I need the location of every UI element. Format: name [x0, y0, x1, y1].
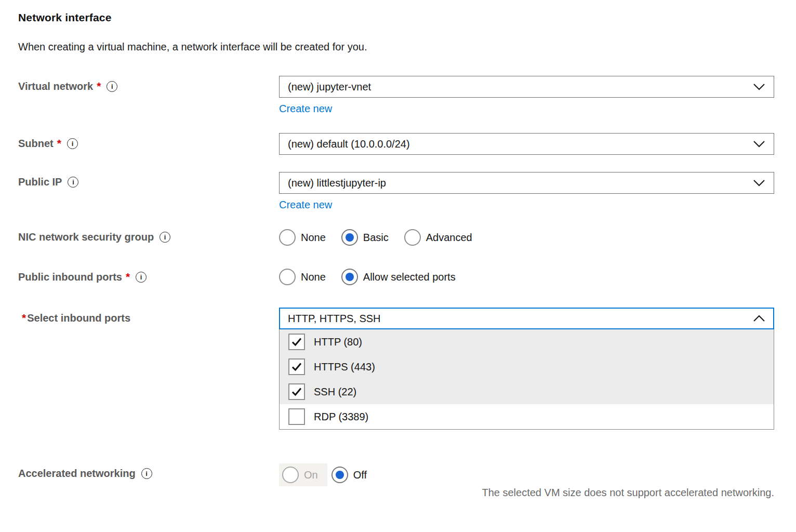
- inbound-port-option-ssh[interactable]: SSH (22): [280, 379, 774, 404]
- nic-nsg-control: None Basic Advanced: [279, 229, 774, 246]
- radio-unselected-icon: [279, 229, 296, 246]
- radio-selected-icon: [331, 467, 348, 483]
- public-inbound-ports-label-group: Public inbound ports: [18, 269, 279, 283]
- nic-nsg-label: NIC network security group: [18, 231, 154, 243]
- inbound-port-option-label: HTTPS (443): [314, 361, 375, 373]
- info-icon[interactable]: [136, 272, 147, 283]
- required-asterisk: [97, 80, 101, 92]
- public-inbound-ports-option-allow-selected[interactable]: Allow selected ports: [341, 269, 456, 285]
- public-ip-dropdown[interactable]: (new) littlestjupyter-ip: [279, 172, 774, 194]
- select-inbound-ports-control: HTTP, HTTPS, SSH HTTP (80): [279, 308, 774, 430]
- toggle-off-label: Off: [353, 469, 367, 481]
- subnet-label-group: Subnet: [18, 133, 279, 150]
- radio-label: Advanced: [426, 232, 472, 244]
- select-inbound-ports-row: Select inbound ports HTTP, HTTPS, SSH HT…: [18, 308, 774, 430]
- public-inbound-ports-control: None Allow selected ports: [279, 269, 774, 285]
- public-ip-label-group: Public IP: [18, 172, 279, 188]
- radio-label: None: [301, 232, 326, 244]
- accelerated-networking-off-option[interactable]: Off: [331, 463, 367, 486]
- chevron-down-icon: [753, 140, 765, 148]
- info-icon[interactable]: [141, 468, 152, 479]
- inbound-port-option-https[interactable]: HTTPS (443): [280, 354, 774, 379]
- public-inbound-ports-option-none[interactable]: None: [279, 269, 326, 285]
- section-description: When creating a virtual machine, a netwo…: [18, 41, 774, 53]
- subnet-value: (new) default (10.0.0.0/24): [288, 138, 410, 150]
- radio-label: Allow selected ports: [363, 271, 456, 283]
- select-inbound-ports-field[interactable]: HTTP, HTTPS, SSH: [279, 308, 774, 329]
- public-inbound-ports-label: Public inbound ports: [18, 271, 122, 283]
- select-inbound-ports-label-group: Select inbound ports: [18, 308, 279, 324]
- checkbox-checked-icon: [288, 334, 305, 350]
- public-ip-label: Public IP: [18, 176, 62, 188]
- network-interface-form: Virtual network (new) jupyter-vnet Creat…: [18, 76, 774, 499]
- radio-label: Basic: [363, 232, 389, 244]
- inbound-port-option-rdp[interactable]: RDP (3389): [280, 404, 774, 429]
- info-icon[interactable]: [107, 81, 117, 92]
- required-asterisk: [22, 312, 26, 324]
- radio-selected-icon: [341, 269, 358, 285]
- virtual-network-control: (new) jupyter-vnet Create new: [279, 76, 774, 115]
- public-inbound-ports-row: Public inbound ports None Allow selected…: [18, 269, 774, 285]
- virtual-network-label: Virtual network: [18, 81, 93, 92]
- public-ip-value: (new) littlestjupyter-ip: [288, 177, 386, 189]
- accelerated-networking-toggle: On Off: [279, 463, 774, 486]
- virtual-network-label-group: Virtual network: [18, 76, 279, 92]
- accelerated-networking-label-group: Accelerated networking: [18, 463, 279, 480]
- checkbox-unchecked-icon: [288, 408, 305, 425]
- public-inbound-ports-radio-group: None Allow selected ports: [279, 269, 774, 285]
- chevron-up-icon: [753, 315, 765, 322]
- required-asterisk: [126, 271, 130, 283]
- select-inbound-ports-value: HTTP, HTTPS, SSH: [288, 313, 381, 325]
- inbound-port-option-label: HTTP (80): [314, 336, 362, 348]
- virtual-network-row: Virtual network (new) jupyter-vnet Creat…: [18, 76, 774, 115]
- inbound-port-option-label: RDP (3389): [314, 411, 368, 423]
- subnet-row: Subnet (new) default (10.0.0.0/24): [18, 133, 774, 155]
- toggle-on-label: On: [304, 469, 318, 481]
- subnet-dropdown[interactable]: (new) default (10.0.0.0/24): [279, 133, 774, 155]
- inbound-port-option-label: SSH (22): [314, 386, 356, 398]
- checkbox-checked-icon: [288, 383, 305, 400]
- public-ip-row: Public IP (new) littlestjupyter-ip Creat…: [18, 172, 774, 211]
- inbound-ports-options-list: HTTP (80) HTTPS (443) SSH (22): [279, 329, 774, 430]
- accelerated-networking-note-row: The selected VM size does not support ac…: [18, 487, 774, 499]
- radio-unselected-icon: [404, 229, 421, 246]
- radio-label: None: [301, 271, 326, 283]
- info-icon[interactable]: [160, 232, 170, 243]
- chevron-down-icon: [753, 179, 765, 187]
- nic-nsg-label-group: NIC network security group: [18, 229, 279, 243]
- nic-nsg-option-advanced[interactable]: Advanced: [404, 229, 472, 246]
- nic-nsg-option-none[interactable]: None: [279, 229, 326, 246]
- radio-unselected-icon: [279, 269, 296, 285]
- subnet-label: Subnet: [18, 138, 54, 150]
- subnet-control: (new) default (10.0.0.0/24): [279, 133, 774, 155]
- info-icon[interactable]: [68, 177, 78, 188]
- required-asterisk: [57, 137, 61, 150]
- radio-selected-icon: [341, 229, 358, 246]
- radio-disabled-icon: [282, 467, 299, 483]
- virtual-network-dropdown[interactable]: (new) jupyter-vnet: [279, 76, 774, 98]
- checkbox-checked-icon: [288, 358, 305, 375]
- public-ip-create-new-link[interactable]: Create new: [279, 199, 332, 211]
- page-title: Network interface: [18, 11, 774, 24]
- accelerated-networking-on-option: On: [279, 463, 327, 486]
- virtual-network-create-new-link[interactable]: Create new: [279, 103, 332, 115]
- network-interface-section: Network interface When creating a virtua…: [0, 0, 796, 499]
- nic-nsg-option-basic[interactable]: Basic: [341, 229, 389, 246]
- accelerated-networking-row: Accelerated networking On Off: [18, 463, 774, 486]
- virtual-network-value: (new) jupyter-vnet: [288, 81, 371, 93]
- select-inbound-ports-label: Select inbound ports: [27, 312, 130, 324]
- public-ip-control: (new) littlestjupyter-ip Create new: [279, 172, 774, 211]
- nic-nsg-radio-group: None Basic Advanced: [279, 229, 774, 246]
- accelerated-networking-label: Accelerated networking: [18, 468, 136, 480]
- chevron-down-icon: [753, 83, 765, 90]
- nic-nsg-row: NIC network security group None Basic: [18, 229, 774, 246]
- accelerated-networking-control: On Off: [279, 463, 774, 486]
- info-icon[interactable]: [67, 138, 78, 149]
- inbound-port-option-http[interactable]: HTTP (80): [280, 329, 774, 354]
- accelerated-networking-note: The selected VM size does not support ac…: [482, 487, 774, 498]
